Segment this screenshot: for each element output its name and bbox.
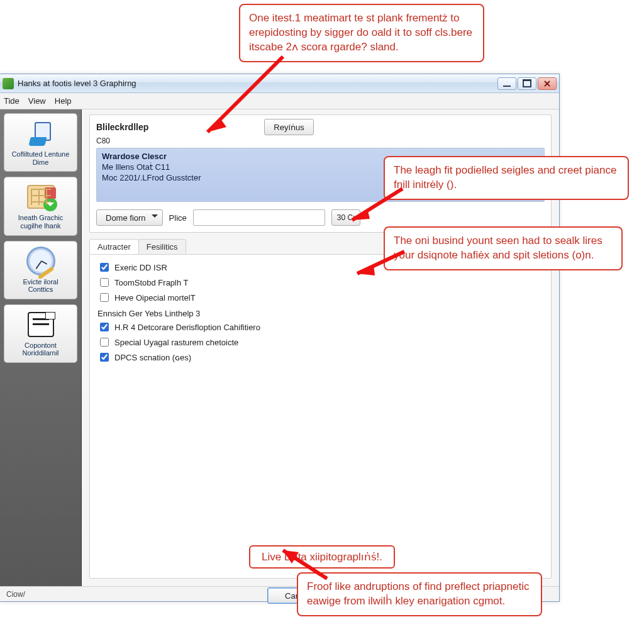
callout-top: One itest.1 meatimart te st plank fremen…: [239, 4, 484, 62]
sidebar-item-label: Copontont: [6, 341, 75, 350]
download-icon: [43, 197, 57, 211]
menu-view[interactable]: View: [28, 96, 46, 106]
close-button[interactable]: [538, 77, 557, 90]
app-icon: [3, 78, 14, 89]
check-label: Heve Oipecial mortelT: [114, 293, 196, 303]
titlebar: Hanks at footis level 3 Graphirng: [0, 74, 559, 93]
group-heading: Ennsich Ger Yebs Linthelp 3: [97, 309, 543, 318]
checkbox[interactable]: [100, 323, 109, 331]
tab-fesilitics[interactable]: Fesilitics: [138, 239, 186, 254]
sidebar-item-clock[interactable]: Evicte iloral Conttics: [4, 241, 77, 299]
alert-badge-icon: [45, 187, 56, 199]
sidebar-item-graphic[interactable]: Ineath Grachic cugilhe lhank: [4, 177, 77, 235]
notes-icon: [28, 312, 54, 337]
check-label: ToomStobd Fraplh T: [114, 278, 189, 287]
callout-bottom: Froof like andruptions of find preflect …: [297, 572, 542, 616]
sidebar-item-label: Cofliltuted Lentune: [6, 150, 75, 158]
checkbox[interactable]: [100, 278, 109, 287]
window-controls: [497, 77, 557, 90]
reyinus-button[interactable]: Reyíṅus: [264, 119, 313, 135]
flag-icon: [45, 312, 55, 319]
checkbox[interactable]: [100, 293, 109, 302]
sidebar-item-label: Noriddilarnil: [6, 349, 75, 357]
panel-heading: Blileckrdllep: [96, 122, 148, 132]
checkbox[interactable]: [100, 338, 109, 347]
live-data-banner: Live Data xiipitograplıṅṡ!.: [249, 545, 395, 569]
checkbox[interactable]: [100, 263, 109, 272]
document-tray-icon: [28, 121, 53, 146]
status-text: Ciow/: [6, 590, 25, 599]
check-label: Special Uyagal rasturem chetoicte: [114, 338, 238, 347]
sidebar-item-lentune[interactable]: Cofliltuted Lentune Dime: [4, 113, 77, 172]
sidebar: Cofliltuted Lentune Dime Ineath Grachic …: [0, 109, 82, 586]
menu-tide[interactable]: Tide: [4, 96, 19, 106]
sidebar-item-label: cugilhe lhank: [6, 222, 75, 230]
maximize-button[interactable]: [518, 77, 536, 90]
code-label: C80: [96, 136, 545, 145]
callout-mid1: The leagh fit podielled seigles and cree…: [384, 156, 629, 200]
tab-panel: Exeric DD ISR ToomStobd Fraplh T Heve Oi…: [89, 254, 552, 579]
checkbox[interactable]: [100, 353, 109, 362]
check-label: H.R 4 Detcorare Derisfloption Cahifitier…: [114, 323, 260, 332]
minimize-button[interactable]: [497, 77, 516, 90]
sidebar-item-label: Ineath Grachic: [6, 214, 75, 222]
check-toom[interactable]: ToomStobd Fraplh T: [97, 275, 543, 290]
app-window: Hanks at footis level 3 Graphirng Tide V…: [0, 74, 560, 602]
chevron-down-icon: [152, 214, 158, 221]
plice-input[interactable]: [193, 209, 325, 226]
table-icon: [27, 185, 55, 209]
clock-icon: [26, 247, 55, 275]
check-hr4[interactable]: H.R 4 Detcorare Derisfloption Cahifitier…: [97, 319, 543, 335]
check-label: Exeric DD ISR: [114, 263, 167, 272]
menu-help[interactable]: Help: [55, 96, 72, 106]
sidebar-item-notes[interactable]: Copontont Noriddilarnil: [4, 304, 77, 363]
check-heve[interactable]: Heve Oipecial mortelT: [97, 290, 543, 305]
thirty-button[interactable]: 30 Cı: [331, 209, 361, 226]
sidebar-item-label: Dime: [6, 158, 75, 167]
plice-label: Plice: [169, 213, 187, 223]
sidebar-item-label: Conttics: [6, 286, 75, 294]
callout-mid2: The oni busind yount seen had to sealk l…: [384, 226, 623, 270]
check-special[interactable]: Special Uyagal rasturem chetoicte: [97, 335, 543, 350]
menubar: Tide View Help: [0, 93, 559, 109]
check-dpcs[interactable]: DPCS scnation (ɢes): [97, 350, 543, 365]
check-label: DPCS scnation (ɢes): [114, 353, 191, 362]
tab-autracter[interactable]: Autracter: [89, 239, 139, 254]
window-title: Hanks at footis level 3 Graphirng: [18, 79, 136, 88]
dome-fiorn-combo[interactable]: Dome fiorn: [96, 209, 163, 226]
